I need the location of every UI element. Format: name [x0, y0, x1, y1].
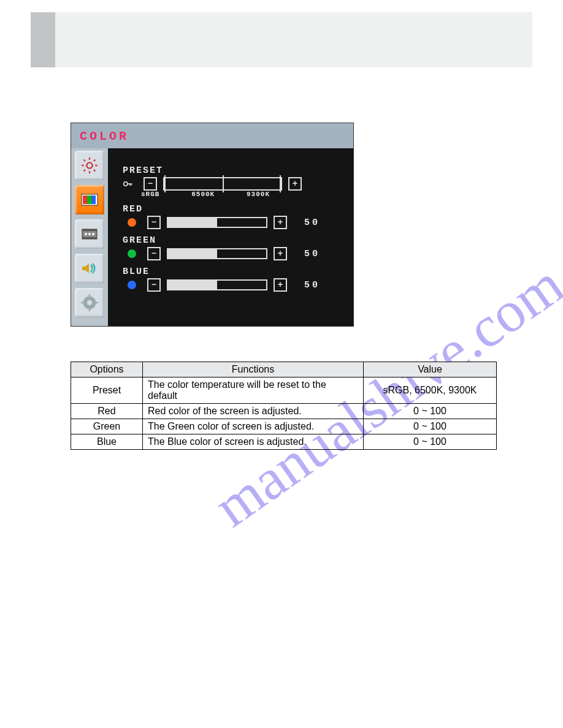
preset-option-srgb: sRGB	[141, 191, 159, 198]
red-slider[interactable]	[167, 217, 267, 228]
red-dot-icon	[128, 218, 136, 227]
osd-content: PRESET − + sRGB 6500K 9300	[108, 148, 353, 326]
table-row: Green The Green color of screen is adjus…	[71, 419, 497, 434]
svg-rect-23	[89, 308, 90, 311]
speaker-icon	[80, 262, 99, 275]
red-minus-button[interactable]: −	[147, 216, 161, 229]
sidebar-color-icon[interactable]	[75, 185, 104, 214]
cell-option: Green	[71, 419, 143, 434]
preset-plus-button[interactable]: +	[288, 177, 302, 191]
preset-slider[interactable]	[163, 177, 282, 191]
blue-plus-button[interactable]: +	[274, 278, 287, 292]
osd-sidebar	[71, 148, 108, 326]
svg-line-6	[94, 170, 95, 171]
svg-line-7	[84, 170, 85, 171]
cell-func: Red color of the screen is adjusted.	[143, 404, 364, 419]
svg-rect-25	[95, 302, 98, 303]
svg-point-17	[88, 233, 91, 235]
preset-tick-labels: sRGB 6500K 9300K	[141, 191, 270, 198]
sidebar-audio-icon[interactable]	[75, 254, 104, 283]
document-header-bar	[31, 12, 532, 67]
blue-slider-row: − + 50	[123, 278, 343, 292]
osd-title: COLOR	[71, 123, 353, 148]
cell-value: 0 ~ 100	[364, 404, 497, 419]
green-plus-button[interactable]: +	[274, 247, 287, 260]
red-value: 50	[304, 218, 320, 228]
options-table: Options Functions Value Preset The color…	[71, 362, 497, 450]
svg-point-16	[85, 233, 87, 235]
sidebar-image-icon[interactable]	[75, 219, 104, 249]
preset-label: PRESET	[123, 165, 343, 176]
cell-func: The Green color of screen is adjusted.	[143, 419, 364, 434]
svg-point-21	[87, 300, 92, 305]
blue-slider[interactable]	[167, 279, 267, 290]
blue-value: 50	[304, 280, 320, 290]
cell-option: Red	[71, 404, 143, 419]
green-slider[interactable]	[167, 248, 267, 259]
svg-line-5	[84, 160, 85, 161]
red-plus-button[interactable]: +	[274, 216, 287, 229]
document-header-tab	[31, 12, 55, 67]
red-label: RED	[123, 204, 343, 214]
svg-rect-12	[91, 195, 96, 204]
svg-point-26	[124, 182, 128, 186]
osd-panel: COLOR	[71, 123, 354, 327]
svg-line-8	[94, 160, 95, 161]
blue-label: BLUE	[123, 267, 343, 277]
red-slider-row: − + 50	[123, 216, 343, 229]
sidebar-brightness-icon[interactable]	[75, 151, 104, 180]
th-functions: Functions	[143, 362, 364, 377]
green-dot-icon	[128, 249, 136, 258]
blue-dot-icon	[128, 281, 136, 289]
th-value: Value	[364, 362, 497, 377]
cell-value: sRGB, 6500K, 9300K	[364, 377, 497, 404]
th-options: Options	[71, 362, 143, 377]
rgb-bars-icon	[80, 193, 99, 207]
preset-option-9300k: 9300K	[247, 191, 270, 198]
svg-rect-14	[82, 229, 97, 231]
svg-rect-10	[83, 195, 87, 204]
cell-option: Blue	[71, 434, 143, 450]
cell-func: The color temperature will be reset to t…	[143, 377, 364, 404]
table-row: Red Red color of the screen is adjusted.…	[71, 404, 497, 419]
preset-minus-button[interactable]: −	[144, 177, 157, 191]
green-value: 50	[304, 249, 320, 259]
svg-rect-24	[81, 302, 84, 303]
sidebar-settings-icon[interactable]	[75, 288, 104, 317]
blue-minus-button[interactable]: −	[147, 278, 161, 292]
cell-value: 0 ~ 100	[364, 419, 497, 434]
sun-icon	[81, 157, 98, 174]
svg-rect-22	[89, 294, 90, 297]
table-row: Preset The color temperature will be res…	[71, 377, 497, 404]
svg-point-18	[92, 233, 94, 235]
svg-rect-11	[87, 195, 91, 204]
green-label: GREEN	[123, 235, 343, 246]
svg-marker-19	[82, 264, 89, 273]
key-icon	[123, 179, 132, 189]
green-slider-row: − + 50	[123, 247, 343, 260]
cell-func: The Blue color of screen is adjusted.	[143, 434, 364, 450]
svg-rect-15	[82, 237, 97, 239]
gear-icon	[81, 294, 98, 311]
table-row: Blue The Blue color of screen is adjuste…	[71, 434, 497, 450]
svg-point-0	[86, 162, 92, 168]
preset-option-6500k: 6500K	[191, 191, 215, 198]
green-minus-button[interactable]: −	[147, 247, 161, 260]
filmstrip-icon	[80, 227, 99, 241]
cell-option: Preset	[71, 377, 143, 404]
cell-value: 0 ~ 100	[364, 434, 497, 450]
preset-slider-row: − +	[123, 177, 343, 191]
